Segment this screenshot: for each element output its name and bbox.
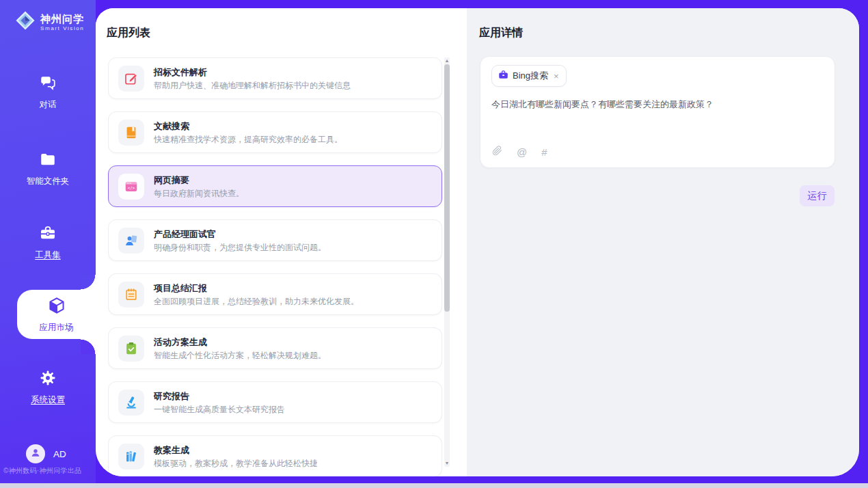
browser-code-icon: </> (118, 174, 144, 200)
clipboard-check-icon (118, 336, 144, 362)
sidebar-item-chat[interactable]: 对话 (0, 74, 96, 111)
app-card[interactable]: 研究报告一键智能生成高质量长文本研究报告 (108, 381, 442, 423)
app-card-desc: 模板驱动，教案秒成，教学准备从此轻松快捷 (154, 459, 318, 468)
paperclip-icon[interactable] (492, 146, 502, 159)
app-card-desc: 明确身份和职责，为您提供专业性的面试问题。 (154, 243, 326, 252)
app-card-title: 研究报告 (154, 391, 285, 401)
sidebar: 神州问学 Smart Vision 对话智能文件夹工具集应用市场系统设置 AD … (0, 0, 96, 484)
briefcase-icon (498, 70, 508, 83)
user-name: AD (53, 449, 66, 459)
hashtag-icon[interactable]: # (541, 147, 547, 157)
app-card[interactable]: 活动方案生成智能生成个性化活动方案，轻松解决规划难题。 (108, 327, 442, 369)
gear-icon (39, 369, 57, 390)
app-card-title: 网页摘要 (154, 175, 244, 185)
app-card-title: 项目总结汇报 (154, 283, 359, 293)
sidebar-item-label: 对话 (40, 99, 57, 111)
user-icon (29, 446, 42, 461)
app-card[interactable]: 产品经理面试官明确身份和职责，为您提供专业性的面试问题。 (108, 219, 442, 261)
report-note-icon (118, 282, 144, 308)
toolbox-icon (39, 224, 57, 245)
sidebar-item-settings[interactable]: 系统设置 (0, 369, 96, 406)
content-area: 应用列表 招标文件解析帮助用户快速、准确地理解和解析招标书中的关键信息文献搜索快… (96, 8, 859, 476)
prompt-card: Bing搜索 × 今日湖北有哪些新闻要点？有哪些需要关注的最新政策？ @ # (480, 56, 835, 168)
scroll-down-icon[interactable]: ▼ (444, 461, 450, 466)
scroll-up-icon[interactable]: ▲ (444, 58, 450, 64)
interviewer-icon (118, 228, 144, 254)
copyright: ©神州数码·神州问学出品 (3, 466, 81, 476)
sidebar-item-label: 工具集 (35, 249, 61, 261)
brand-logo: 神州问学 Smart Vision (15, 10, 84, 33)
scrollbar-thumb[interactable] (444, 64, 450, 312)
run-button[interactable]: 运行 (800, 185, 835, 206)
svg-text:</>: </> (128, 185, 135, 189)
app-card-title: 文献搜索 (154, 121, 342, 131)
chip-close-icon[interactable]: × (554, 72, 559, 81)
app-card-desc: 快速精准查找学术资源，提高研究效率的必备工具。 (154, 135, 342, 144)
app-list-panel: 应用列表 招标文件解析帮助用户快速、准确地理解和解析招标书中的关键信息文献搜索快… (96, 8, 467, 476)
sidebar-item-toolset[interactable]: 工具集 (0, 224, 96, 261)
chat-icon (39, 74, 57, 94)
books-icon (118, 444, 144, 470)
sidebar-item-app-market[interactable]: 应用市场 (17, 290, 96, 339)
sidebar-item-label: 智能文件夹 (27, 176, 70, 187)
query-text[interactable]: 今日湖北有哪些新闻要点？有哪些需要关注的最新政策？ (491, 98, 824, 111)
microscope-icon (118, 390, 144, 416)
app-card[interactable]: 招标文件解析帮助用户快速、准确地理解和解析招标书中的关键信息 (108, 57, 442, 99)
book-icon (118, 120, 144, 146)
app-card-title: 产品经理面试官 (154, 229, 326, 239)
sidebar-item-smart-folder[interactable]: 智能文件夹 (0, 150, 96, 187)
mention-icon[interactable]: @ (517, 147, 527, 157)
app-detail-panel: 应用详情 Bing搜索 × 今日湖北有哪些新闻要点？有哪些需要关注的最新政策？ (467, 8, 859, 476)
folder-icon (39, 150, 57, 171)
app-card-title: 活动方案生成 (154, 337, 326, 347)
app-card-desc: 一键智能生成高质量长文本研究报告 (154, 405, 285, 414)
app-card-desc: 全面回顾项目进展，总结经验教训，助力未来优化发展。 (154, 297, 359, 306)
attachment-toolbar: @ # (492, 146, 547, 159)
cube-icon (47, 296, 66, 318)
brand-subtitle: Smart Vision (40, 25, 84, 31)
app-list: 招标文件解析帮助用户快速、准确地理解和解析招标书中的关键信息文献搜索快速精准查找… (108, 57, 442, 476)
tool-chip-bing[interactable]: Bing搜索 × (491, 65, 567, 87)
app-card-desc: 每日政府新闻资讯快查。 (154, 189, 244, 198)
app-card-title: 招标文件解析 (154, 67, 351, 77)
app-card-desc: 帮助用户快速、准确地理解和解析招标书中的关键信息 (154, 81, 351, 90)
app-card-desc: 智能生成个性化活动方案，轻松解决规划难题。 (154, 351, 326, 360)
tool-chip-label: Bing搜索 (513, 70, 548, 82)
brand-diamond-icon (15, 10, 36, 33)
scrollbar[interactable]: ▲ ▼ (444, 57, 450, 467)
app-card[interactable]: 教案生成模板驱动，教案秒成，教学准备从此轻松快捷 (108, 435, 442, 476)
app-detail-title: 应用详情 (479, 26, 523, 40)
sidebar-item-label: 应用市场 (40, 322, 74, 334)
sidebar-item-label: 系统设置 (31, 394, 65, 406)
bottom-strip (0, 483, 868, 488)
app-card[interactable]: 项目总结汇报全面回顾项目进展，总结经验教训，助力未来优化发展。 (108, 273, 442, 315)
brand-name: 神州问学 (40, 13, 84, 25)
user-row[interactable]: AD (26, 444, 66, 463)
app-list-title: 应用列表 (107, 26, 150, 40)
app-card-title: 教案生成 (154, 445, 318, 455)
app-card[interactable]: 文献搜索快速精准查找学术资源，提高研究效率的必备工具。 (108, 111, 442, 153)
edit-square-icon (118, 66, 144, 92)
app-card[interactable]: </>网页摘要每日政府新闻资讯快查。 (108, 165, 442, 207)
avatar (26, 444, 45, 463)
